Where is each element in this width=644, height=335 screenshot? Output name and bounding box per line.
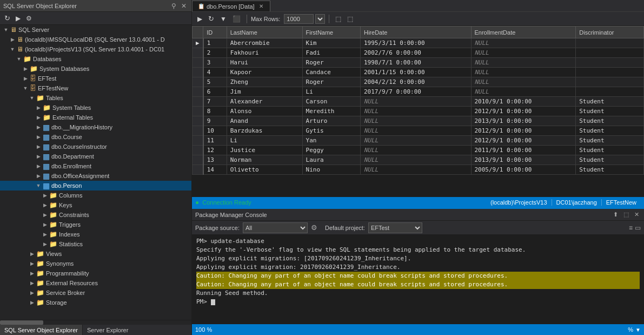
cell-10-3[interactable]: Yan [302, 136, 360, 146]
table-row[interactable]: 5ZhengRoger2004/2/12 0:00:00NULL [192, 77, 644, 87]
cell-3-1[interactable]: 4 [203, 68, 227, 77]
tab-server-explorer[interactable]: Server Explorer [83, 325, 132, 335]
cell-1-4[interactable]: 2002/7/6 0:00:00 [360, 48, 471, 58]
cell-1-3[interactable]: Fadi [302, 48, 360, 58]
tree-expand-storage[interactable]: ▶ [28, 299, 36, 306]
cell-7-2[interactable]: Alonso [227, 107, 302, 116]
tree-item-system-tables[interactable]: ▶📁System Tables [0, 103, 191, 113]
cell-13-5[interactable]: 2005/9/1 0:00:00 [471, 165, 576, 175]
filter-button[interactable]: ⚙ [24, 14, 34, 23]
close-panel-button[interactable]: ✕ [180, 2, 188, 10]
cell-8-2[interactable]: Anand [227, 116, 302, 126]
cell-11-5[interactable]: 2011/9/1 0:00:00 [471, 146, 576, 155]
cell-1-2[interactable]: Fakhouri [227, 48, 302, 58]
tree-expand-constraints[interactable]: ▶ [41, 211, 49, 219]
cell-3-3[interactable]: Candace [302, 68, 360, 77]
cell-2-5[interactable]: NULL [471, 58, 576, 68]
table-row[interactable]: 3HaruiRoger1998/7/1 0:00:00NULL [192, 58, 644, 68]
cell-7-6[interactable]: Student [576, 107, 644, 116]
tree-expand-localdb-projectsv13[interactable]: ▼ [9, 45, 16, 53]
pkg-toolbar-btn2[interactable]: ▭ [635, 224, 641, 232]
tree-item-course[interactable]: ▶▦dbo.Course [0, 132, 191, 142]
execute-button[interactable]: ▶ [195, 14, 204, 24]
cell-9-6[interactable]: Student [576, 126, 644, 136]
cell-13-1[interactable]: 14 [203, 165, 227, 175]
tree-expand-synonyms[interactable]: ▶ [28, 260, 36, 267]
table-row[interactable]: 7AlexanderCarsonNULL2010/9/1 0:00:00Stud… [192, 97, 644, 107]
cell-3-5[interactable]: NULL [471, 68, 576, 77]
cell-12-3[interactable]: Laura [302, 155, 360, 165]
cell-7-3[interactable]: Meredith [302, 107, 360, 116]
tree-item-person[interactable]: ▼▦dbo.Person [0, 181, 191, 191]
cell-2-6[interactable] [576, 58, 644, 68]
tree-item-sql-server[interactable]: ▼🖥SQL Server [0, 25, 191, 35]
tree-item-tables[interactable]: ▼📁Tables [0, 93, 191, 103]
table-row[interactable]: 2FakhouriFadi2002/7/6 0:00:00NULL [192, 48, 644, 58]
cell-8-3[interactable]: Arturo [302, 116, 360, 126]
max-rows-input[interactable] [284, 14, 314, 24]
cell-13-2[interactable]: Olivetto [227, 165, 302, 175]
cell-11-3[interactable]: Peggy [302, 146, 360, 155]
cell-12-4[interactable]: NULL [360, 155, 471, 165]
cell-5-3[interactable]: Li [302, 87, 360, 97]
cell-10-5[interactable]: 2012/9/1 0:00:00 [471, 136, 576, 146]
cell-0-3[interactable]: Kim [302, 38, 360, 48]
tree-expand-statistics[interactable]: ▶ [41, 240, 49, 248]
tree-expand-keys[interactable]: ▶ [41, 201, 49, 209]
cell-3-6[interactable] [576, 68, 644, 77]
tree-item-databases[interactable]: ▼📁Databases [0, 54, 191, 64]
table-row[interactable]: 8AlonsoMeredithNULL2012/9/1 0:00:00Stude… [192, 107, 644, 116]
tree-expand-service-broker[interactable]: ▶ [28, 289, 36, 297]
tree-container[interactable]: ▼🖥SQL Server▶🖥(localdb)\MSSQLLocalDB (SQ… [0, 25, 191, 320]
table-row[interactable]: 11LiYanNULL2012/9/1 0:00:00Student [192, 136, 644, 146]
cell-0-6[interactable] [576, 38, 644, 48]
tree-item-constraints[interactable]: ▶📁Constraints [0, 210, 191, 220]
cell-10-2[interactable]: Li [227, 136, 302, 146]
cell-9-5[interactable]: 2012/9/1 0:00:00 [471, 126, 576, 136]
cell-0-4[interactable]: 1995/3/11 0:00:00 [360, 38, 471, 48]
tree-expand-migration-history[interactable]: ▶ [35, 123, 42, 131]
cell-5-5[interactable]: NULL [471, 87, 576, 97]
cell-8-4[interactable]: NULL [360, 116, 471, 126]
table-row[interactable]: 9AnandArturoNULL2013/9/1 0:00:00Student [192, 116, 644, 126]
cell-0-2[interactable]: Abercrombie [227, 38, 302, 48]
tree-expand-eftestnew[interactable]: ▼ [22, 84, 29, 92]
cell-7-4[interactable]: NULL [360, 107, 471, 116]
toolbar-refresh-button[interactable]: ↻ [206, 14, 216, 24]
tree-item-courseinstructor[interactable]: ▶▦dbo.CourseInstructor [0, 142, 191, 152]
cell-11-4[interactable]: NULL [360, 146, 471, 155]
cell-2-4[interactable]: 1998/7/1 0:00:00 [360, 58, 471, 68]
cell-9-4[interactable]: NULL [360, 126, 471, 136]
cell-7-1[interactable]: 8 [203, 107, 227, 116]
cell-5-4[interactable]: 2017/9/7 0:00:00 [360, 87, 471, 97]
tree-item-eftest[interactable]: ▶🗄EFTest [0, 74, 191, 83]
tree-expand-officeassignment[interactable]: ▶ [35, 172, 42, 180]
cell-1-5[interactable]: NULL [471, 48, 576, 58]
tree-expand-course[interactable]: ▶ [35, 133, 42, 141]
tree-item-enrollment[interactable]: ▶▦dbo.Enrollment [0, 161, 191, 171]
toolbar-btn-a[interactable]: ⬚ [333, 14, 343, 24]
cell-11-1[interactable]: 12 [203, 146, 227, 155]
new-query-button[interactable]: ▶ [14, 14, 23, 23]
cell-12-1[interactable]: 13 [203, 155, 227, 165]
pkg-console-output[interactable]: PM> update-databaseSpecify the '-Verbose… [192, 235, 644, 324]
cell-4-4[interactable]: 2004/2/12 0:00:00 [360, 77, 471, 87]
tree-item-views[interactable]: ▶📁Views [0, 249, 191, 259]
max-rows-dropdown[interactable]: ▼ [315, 14, 325, 24]
tree-item-eftestnew[interactable]: ▼🗄EFTestNew [0, 83, 191, 93]
tree-expand-person[interactable]: ▼ [35, 182, 42, 189]
tree-item-localdb-projectsv13[interactable]: ▼🖥(localdb)\ProjectsV13 (SQL Server 13.0… [0, 44, 191, 54]
data-tab[interactable]: 📋 dbo.Person [Data] ✕ [192, 1, 270, 11]
table-row[interactable]: 13NormanLauraNULL2013/9/1 0:00:00Student [192, 155, 644, 165]
table-row[interactable]: 12JusticePeggyNULL2011/9/1 0:00:00Studen… [192, 146, 644, 155]
tree-expand-external-resources[interactable]: ▶ [28, 279, 36, 287]
cell-13-3[interactable]: Nino [302, 165, 360, 175]
cell-5-1[interactable]: 6 [203, 87, 227, 97]
table-row[interactable]: 6JimLi2017/9/7 0:00:00NULL [192, 87, 644, 97]
tree-expand-databases[interactable]: ▼ [15, 55, 23, 63]
cell-4-1[interactable]: 5 [203, 77, 227, 87]
table-row[interactable]: 14OlivettoNinoNULL2005/9/1 0:00:00Studen… [192, 165, 644, 175]
tree-item-columns[interactable]: ▶📁Columns [0, 191, 191, 200]
cell-13-4[interactable]: NULL [360, 165, 471, 175]
tree-item-migration-history[interactable]: ▶▦dbo.__MigrationHistory [0, 122, 191, 132]
